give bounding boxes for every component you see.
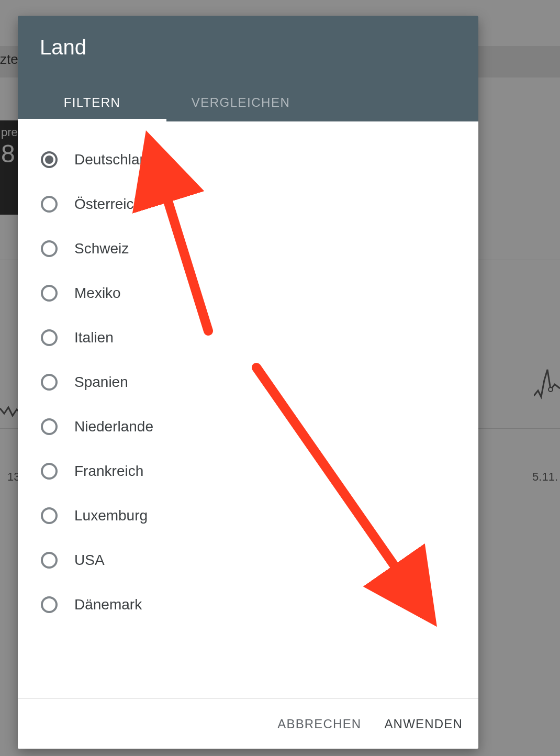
radio-icon xyxy=(41,507,58,524)
country-option-label: Deutschland xyxy=(74,151,156,168)
dialog-title: Land xyxy=(18,16,478,84)
dialog-header: Land FILTERN VERGLEICHEN xyxy=(18,16,478,121)
country-filter-dialog: Land FILTERN VERGLEICHEN DeutschlandÖste… xyxy=(18,16,478,749)
country-option[interactable]: Spanien xyxy=(41,360,478,404)
country-option[interactable]: Schweiz xyxy=(41,226,478,271)
country-option[interactable]: Deutschland xyxy=(41,137,478,182)
country-option-label: Dänemark xyxy=(74,596,142,613)
dialog-footer: ABBRECHEN ANWENDEN xyxy=(18,698,478,749)
radio-icon xyxy=(41,196,58,213)
country-option-label: Frankreich xyxy=(74,463,143,480)
country-option-label: Luxemburg xyxy=(74,507,148,524)
country-option-label: Österreich xyxy=(74,196,142,213)
country-option[interactable]: USA xyxy=(41,538,478,582)
radio-icon xyxy=(41,596,58,613)
tab-filter[interactable]: FILTERN xyxy=(18,84,166,121)
country-option-label: Spanien xyxy=(74,374,128,391)
apply-button[interactable]: ANWENDEN xyxy=(384,717,463,731)
country-option[interactable]: Niederlande xyxy=(41,404,478,449)
country-option[interactable]: Österreich xyxy=(41,182,478,226)
country-option-list: DeutschlandÖsterreichSchweizMexikoItalie… xyxy=(18,121,478,698)
tab-compare[interactable]: VERGLEICHEN xyxy=(166,84,315,121)
radio-icon xyxy=(41,329,58,346)
country-option-label: Schweiz xyxy=(74,240,129,257)
country-option[interactable]: Frankreich xyxy=(41,449,478,493)
radio-icon xyxy=(41,285,58,302)
country-option-label: USA xyxy=(74,552,105,569)
radio-icon xyxy=(41,374,58,391)
country-option[interactable]: Luxemburg xyxy=(41,493,478,538)
radio-icon xyxy=(41,151,58,168)
tab-compare-label: VERGLEICHEN xyxy=(192,95,290,110)
radio-icon xyxy=(41,463,58,480)
radio-icon xyxy=(41,418,58,435)
country-option-label: Niederlande xyxy=(74,418,153,435)
tab-filter-label: FILTERN xyxy=(64,95,121,110)
radio-icon xyxy=(41,240,58,257)
country-option[interactable]: Italien xyxy=(41,315,478,360)
country-option[interactable]: Dänemark xyxy=(41,582,478,627)
country-option-label: Italien xyxy=(74,329,114,346)
dialog-tabs: FILTERN VERGLEICHEN xyxy=(18,84,478,121)
cancel-button[interactable]: ABBRECHEN xyxy=(277,717,361,731)
radio-icon xyxy=(41,552,58,569)
country-option-label: Mexiko xyxy=(74,285,121,302)
country-option[interactable]: Mexiko xyxy=(41,271,478,315)
